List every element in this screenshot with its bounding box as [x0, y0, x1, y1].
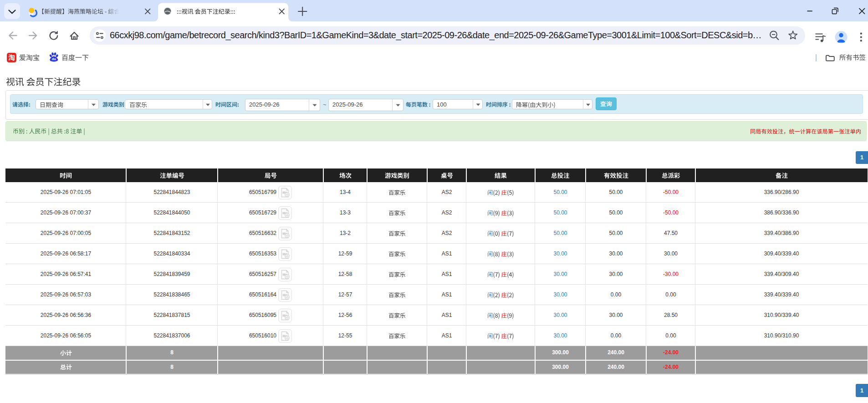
svg-text:du: du	[52, 57, 56, 61]
